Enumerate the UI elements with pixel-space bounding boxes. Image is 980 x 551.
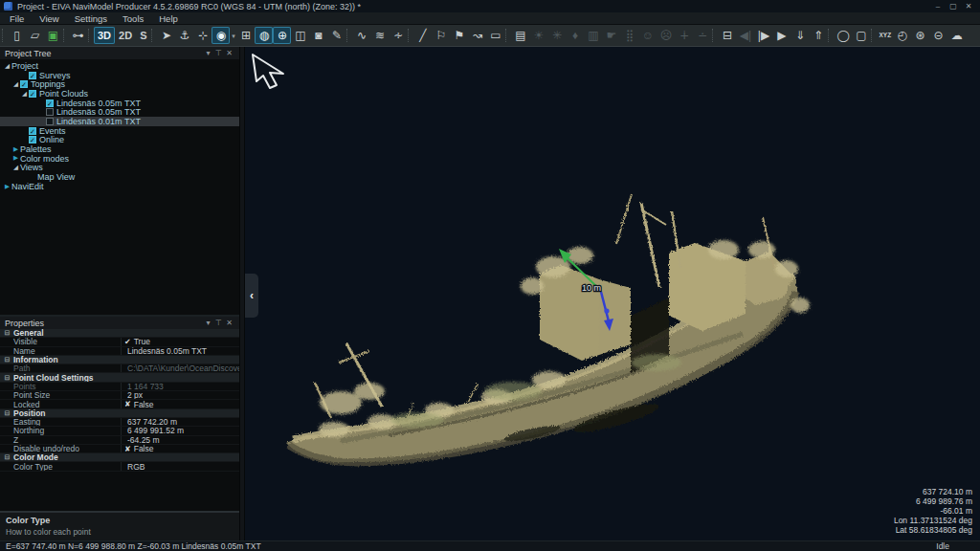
snapshot-icon[interactable]: ◙ bbox=[309, 27, 327, 44]
panel-pin-icon[interactable]: ⊤ bbox=[213, 49, 224, 57]
grid-icon[interactable]: ⊞ bbox=[236, 27, 255, 44]
step-forward-icon[interactable]: |▶ bbox=[754, 27, 772, 44]
tree-item-views[interactable]: ◢ Views bbox=[0, 164, 239, 173]
panel-pin-icon[interactable]: ⊤ bbox=[213, 319, 224, 327]
tree-expander-icon[interactable]: ▶ bbox=[11, 155, 20, 162]
point-grid-icon[interactable]: ⣿ bbox=[620, 27, 638, 44]
tree-item-lindesnas-005-2[interactable]: Lindesnäs 0.05m TXT bbox=[0, 107, 239, 117]
menu-item[interactable]: File bbox=[2, 13, 32, 24]
maximize-button[interactable]: ▢ bbox=[946, 2, 961, 11]
menu-item[interactable]: Help bbox=[151, 13, 186, 24]
tree-item-events[interactable]: ✓ Events bbox=[0, 126, 239, 136]
brightness-icon[interactable]: ☀ bbox=[529, 27, 547, 44]
toolbar-separator[interactable] bbox=[346, 29, 351, 42]
color-blend-icon[interactable]: ◉ bbox=[212, 27, 230, 44]
remove-points-icon[interactable]: ∸ bbox=[693, 27, 711, 44]
save-project-icon[interactable]: ▣ bbox=[44, 27, 62, 44]
hand-pick-icon[interactable]: ☛ bbox=[602, 27, 620, 44]
ring-icon[interactable]: ◯ bbox=[834, 27, 852, 44]
new-project-icon[interactable]: ▯ bbox=[8, 27, 26, 44]
viewport-3d[interactable]: 10 m ‹ 637 724.10 m 6 499 989.76 m -66.0… bbox=[245, 47, 980, 540]
toolbar-separator[interactable] bbox=[505, 29, 510, 42]
property-row[interactable]: ⊟ General bbox=[0, 329, 239, 338]
panel-close-icon[interactable]: ✕ bbox=[224, 49, 234, 57]
group-collapse-icon[interactable]: ⊟ bbox=[3, 329, 11, 337]
property-row[interactable]: Locked ✘ False bbox=[0, 400, 239, 408]
view-2d-button[interactable]: 2D bbox=[115, 27, 136, 44]
step-back-icon[interactable]: ◀| bbox=[736, 27, 754, 44]
map-icon[interactable]: ◫ bbox=[291, 27, 309, 44]
tree-expander-icon[interactable]: ◢ bbox=[20, 91, 29, 98]
group-collapse-icon[interactable]: ⊟ bbox=[3, 409, 11, 417]
tree-item-naviedit[interactable]: ▶ NaviEdit bbox=[0, 182, 239, 191]
import-down-icon[interactable]: ⇓ bbox=[791, 27, 809, 44]
property-row[interactable]: Disable undo/redo ✘ False bbox=[0, 445, 239, 453]
globe-icon[interactable]: ◍ bbox=[255, 27, 273, 44]
toolbar-separator[interactable] bbox=[151, 29, 156, 42]
play-icon[interactable]: ▶ bbox=[772, 27, 791, 44]
tree-checkbox[interactable]: ✓ bbox=[46, 99, 54, 107]
panel-menu-icon[interactable]: ▾ bbox=[203, 319, 213, 327]
roughen-icon[interactable]: ☹ bbox=[657, 27, 675, 44]
tree-checkbox[interactable]: ✓ bbox=[29, 72, 36, 79]
property-row[interactable]: ⊟ Color Mode bbox=[0, 453, 239, 462]
tree-checkbox[interactable]: ✓ bbox=[29, 136, 36, 143]
long-profile-icon[interactable]: ∻ bbox=[389, 27, 407, 44]
line-tool-icon[interactable]: ╱ bbox=[413, 27, 432, 44]
tree-expander-icon[interactable]: ▶ bbox=[3, 184, 11, 190]
tree-expander-icon[interactable]: ◢ bbox=[3, 63, 11, 70]
menu-item[interactable]: View bbox=[32, 13, 66, 24]
toolbar-separator[interactable] bbox=[408, 29, 412, 42]
group-collapse-icon[interactable]: ⊟ bbox=[3, 356, 11, 364]
tree-item-map-view[interactable]: Map View bbox=[0, 172, 239, 182]
toolbar-separator[interactable] bbox=[63, 29, 68, 42]
tree-expander-icon[interactable]: ▶ bbox=[11, 146, 20, 153]
toolbar-separator[interactable] bbox=[712, 29, 717, 42]
tree-expander-icon[interactable]: ◢ bbox=[11, 81, 20, 88]
palette-icon[interactable]: ✳ bbox=[547, 27, 566, 44]
tree-item-palettes[interactable]: ▶ Palettes bbox=[0, 144, 239, 154]
remove-cloud-point-icon[interactable]: ⊝ bbox=[929, 27, 947, 44]
group-collapse-icon[interactable]: ⊟ bbox=[3, 453, 11, 461]
waypoint-icon[interactable]: ⚐ bbox=[432, 27, 450, 44]
tree-item-lindesnas-005-1[interactable]: ✓ Lindesnäs 0.05m TXT bbox=[0, 99, 239, 108]
image-overlay-icon[interactable]: ▤ bbox=[511, 27, 529, 44]
tree-item-surveys[interactable]: ✓ Surveys bbox=[0, 71, 239, 80]
property-row[interactable]: Northing 6 499 991.52 m bbox=[0, 427, 239, 435]
animation-icon[interactable]: ⊟ bbox=[718, 27, 736, 44]
panel-collapse-handle[interactable]: ‹ bbox=[245, 274, 258, 318]
smooth-icon[interactable]: ☺ bbox=[638, 27, 657, 44]
property-row[interactable]: Color Type RGB bbox=[0, 462, 239, 471]
property-row[interactable]: ⊟ Position bbox=[0, 409, 239, 418]
property-row[interactable]: Z -64.25 m bbox=[0, 436, 239, 445]
blend-dropdown-icon[interactable]: ▾ bbox=[230, 27, 236, 44]
export-up-icon[interactable]: ⇑ bbox=[809, 27, 827, 44]
cloud-icon[interactable]: ☁ bbox=[947, 27, 966, 44]
view-3d-button[interactable]: 3D bbox=[94, 27, 115, 44]
tree-checkbox[interactable] bbox=[46, 118, 54, 125]
tree-checkbox[interactable] bbox=[46, 108, 54, 116]
pointer-tool-icon[interactable]: ➤ bbox=[157, 27, 175, 44]
connect-icon[interactable]: ⊶ bbox=[69, 27, 87, 44]
property-row[interactable]: Path C:\DATA\Kunder\OceanDiscovery\Linde… bbox=[0, 364, 239, 373]
tree-item-project[interactable]: ◢ Project bbox=[0, 61, 239, 71]
property-row[interactable]: Easting 637 742.20 m bbox=[0, 418, 239, 427]
tree-item-lindesnas-001[interactable]: Lindesnäs 0.01m TXT bbox=[0, 117, 239, 126]
toolbar-separator[interactable] bbox=[2, 29, 7, 42]
toolbar-separator[interactable] bbox=[828, 29, 833, 42]
tree-checkbox[interactable]: ✓ bbox=[29, 90, 36, 98]
pan-tool-icon[interactable]: ⊹ bbox=[193, 27, 212, 44]
property-row[interactable]: ⊟ Point Cloud Settings bbox=[0, 373, 239, 382]
menu-item[interactable]: Settings bbox=[67, 13, 115, 24]
tree-expander-icon[interactable]: ◢ bbox=[11, 165, 20, 171]
group-collapse-icon[interactable]: ⊟ bbox=[3, 374, 11, 382]
tree-item-toppings[interactable]: ◢ ✓ Toppings bbox=[0, 79, 239, 89]
open-project-icon[interactable]: ▱ bbox=[26, 27, 44, 44]
tree-item-point-clouds[interactable]: ◢ ✓ Point Clouds bbox=[0, 89, 239, 99]
property-row[interactable]: Name Lindesnäs 0.05m TXT bbox=[0, 347, 239, 356]
view-s-button[interactable]: S bbox=[136, 27, 150, 44]
minimize-button[interactable]: – bbox=[930, 2, 946, 11]
vessel-icon[interactable]: ⚓ bbox=[175, 27, 193, 44]
tree-checkbox[interactable]: ✓ bbox=[20, 80, 28, 88]
ring-square-icon[interactable]: ▢ bbox=[852, 27, 870, 44]
